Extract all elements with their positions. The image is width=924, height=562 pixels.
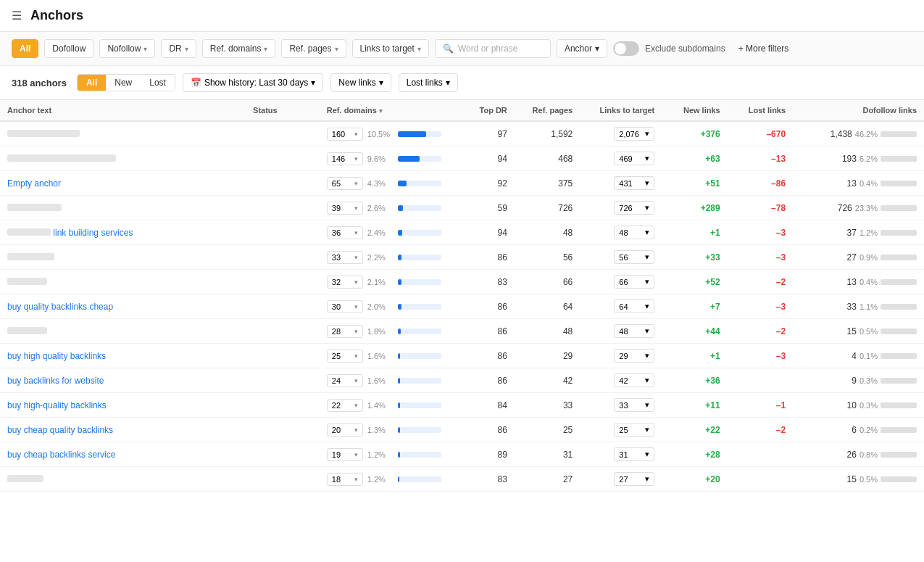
links-to-target-button[interactable]: 2,076▾: [614, 127, 654, 141]
top-dr-cell: 89: [465, 442, 515, 467]
ref-domains-button[interactable]: 160▾: [327, 128, 363, 141]
links-to-target-button[interactable]: 431▾: [614, 176, 654, 190]
links-to-target-button[interactable]: 27▾: [614, 472, 654, 486]
new-links-cell: +36: [662, 368, 727, 393]
exclude-subdomains-toggle[interactable]: [613, 41, 639, 56]
new-links-value: +376: [701, 129, 720, 139]
filter-ref-domains-button[interactable]: Ref. domains ▾: [202, 39, 276, 58]
links-to-target-button[interactable]: 25▾: [614, 423, 654, 437]
lost-links-cell: –3: [728, 344, 793, 368]
links-to-target-button[interactable]: 56▾: [614, 250, 654, 264]
ref-domains-button[interactable]: 25▾: [327, 350, 363, 363]
lost-links-cell: –3: [728, 220, 793, 245]
anchor-blur: [7, 204, 62, 211]
ref-domains-button[interactable]: 19▾: [327, 448, 363, 461]
dofollow-bar: [881, 279, 917, 285]
ref-domains-sort-icon[interactable]: ▾: [379, 107, 383, 115]
links-to-target-button[interactable]: 31▾: [614, 447, 654, 461]
dofollow-count: 13: [847, 178, 857, 189]
ref-domains-button[interactable]: 33▾: [327, 251, 363, 264]
table-row: 146▾9.6%94468469▾+63–131936.2%: [0, 146, 924, 171]
anchors-count: 318 anchors: [12, 78, 67, 88]
tab-lost[interactable]: Lost: [141, 75, 175, 91]
ref-domains-button[interactable]: 65▾: [327, 177, 363, 190]
ref-pages-cell: 726: [515, 196, 580, 220]
links-to-target-button[interactable]: 33▾: [614, 398, 654, 412]
links-to-target-button[interactable]: 469▾: [614, 152, 654, 165]
ref-domains-button[interactable]: 30▾: [327, 300, 363, 313]
links-to-target-button[interactable]: 29▾: [614, 349, 654, 363]
ref-domains-button[interactable]: 36▾: [327, 226, 363, 239]
links-to-target-cell: 27▾: [580, 467, 662, 492]
links-to-target-button[interactable]: 726▾: [614, 201, 654, 215]
dofollow-bar: [881, 476, 917, 482]
dofollow-links-cell: 331.1%: [793, 294, 924, 319]
anchor-text-cell: buy backlinks for website: [0, 368, 246, 393]
lost-links-button[interactable]: Lost links ▾: [399, 73, 458, 92]
links-to-target-button[interactable]: 64▾: [614, 299, 654, 313]
status-cell: [246, 196, 320, 220]
dofollow-pct: 0.1%: [860, 352, 878, 360]
anchor-text-cell: buy cheap quality backlinks: [0, 418, 246, 442]
ref-domains-bar: [398, 230, 441, 236]
filter-nofollow-button[interactable]: Nofollow ▾: [99, 39, 155, 58]
new-links-cell: +1: [662, 220, 727, 245]
ref-domains-button[interactable]: 20▾: [327, 423, 363, 437]
tab-all[interactable]: All: [78, 75, 106, 91]
ref-domains-button[interactable]: 32▾: [327, 276, 363, 289]
ref-domains-button[interactable]: 146▾: [327, 152, 363, 165]
anchor-link[interactable]: buy quality backlinks cheap: [7, 302, 113, 312]
linksto-chevron-icon: ▾: [645, 302, 649, 311]
tab-new[interactable]: New: [106, 75, 141, 91]
ref-domains-pct: 1.2%: [367, 450, 394, 459]
dofollow-bar: [881, 353, 917, 359]
links-to-target-button[interactable]: 42▾: [614, 373, 654, 387]
filter-dr-button[interactable]: DR ▾: [161, 39, 196, 58]
anchor-select[interactable]: Anchor ▾: [557, 39, 607, 58]
anchor-link[interactable]: buy high-quality backlinks: [7, 400, 107, 410]
links-to-target-cell: 469▾: [580, 146, 662, 171]
lost-links-value: –2: [776, 277, 786, 287]
links-to-target-cell: 726▾: [580, 196, 662, 220]
links-to-target-button[interactable]: 66▾: [614, 275, 654, 289]
anchor-link[interactable]: buy backlinks for website: [7, 376, 104, 386]
col-header-dofollow-links: Dofollow links: [793, 100, 924, 121]
anchor-link[interactable]: buy high quality backlinks: [7, 351, 106, 361]
top-dr-cell: 86: [465, 294, 515, 319]
ref-domains-button[interactable]: 18▾: [327, 473, 363, 486]
links-to-target-button[interactable]: 48▾: [614, 226, 654, 239]
ref-domains-button[interactable]: 24▾: [327, 374, 363, 387]
ref-domains-button[interactable]: 39▾: [327, 202, 363, 215]
links-to-target-button[interactable]: 48▾: [614, 324, 654, 338]
new-links-button[interactable]: New links ▾: [330, 73, 391, 92]
top-dr-cell: 83: [465, 467, 515, 492]
anchor-link[interactable]: Empty anchor: [7, 178, 61, 189]
filter-ref-pages-button[interactable]: Ref. pages ▾: [281, 39, 346, 58]
hamburger-icon[interactable]: ☰: [12, 9, 22, 22]
filter-all-button[interactable]: All: [12, 39, 38, 58]
lost-links-value: –2: [776, 326, 786, 336]
status-cell: [246, 319, 320, 344]
new-links-value: +11: [705, 400, 720, 410]
more-filters-button[interactable]: + More filters: [731, 40, 796, 57]
anchor-link[interactable]: buy cheap quality backlinks: [7, 425, 113, 435]
anchor-link[interactable]: buy cheap backlinks service: [7, 450, 115, 460]
ref-pages-cell: 56: [515, 245, 580, 270]
lost-links-cell: –3: [728, 294, 793, 319]
filter-links-to-target-button[interactable]: Links to target ▾: [352, 39, 429, 58]
show-history-button[interactable]: 📅 Show history: Last 30 days ▾: [183, 73, 323, 92]
linksto-chevron-icon: ▾: [645, 129, 649, 139]
ref-domains-button[interactable]: 28▾: [327, 325, 363, 338]
dofollow-count: 10: [847, 400, 857, 410]
filter-bar: All Dofollow Nofollow ▾ DR ▾ Ref. domain…: [0, 32, 924, 66]
new-links-value: +33: [705, 252, 720, 263]
anchor-text-cell: [0, 319, 246, 344]
linksto-chevron-icon: ▾: [645, 178, 649, 188]
new-links-cell: +28: [662, 442, 727, 467]
ref-domains-button[interactable]: 22▾: [327, 399, 363, 412]
anchor-blur: [7, 253, 54, 260]
filter-dofollow-button[interactable]: Dofollow: [44, 39, 93, 58]
anchor-link[interactable]: link building services: [51, 228, 133, 238]
search-box[interactable]: 🔍 Word or phrase: [435, 39, 551, 58]
links-to-target-cell: 2,076▾: [580, 121, 662, 146]
